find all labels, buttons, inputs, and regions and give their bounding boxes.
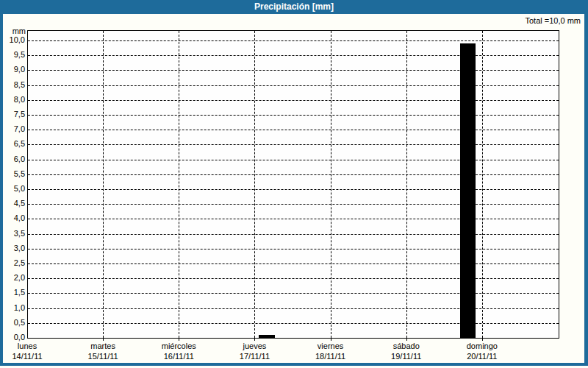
x-axis-tick [331, 339, 331, 341]
plot-area [27, 30, 559, 339]
h-gridline [28, 55, 559, 56]
day-name-label: domingo [445, 342, 520, 350]
day-date-label: 19/11/11 [369, 352, 444, 361]
x-axis-tick [406, 339, 407, 341]
day-date-label: 17/11/11 [217, 352, 292, 361]
v-gridline [331, 31, 331, 338]
h-gridline [28, 204, 559, 205]
day-name-label: jueves [217, 342, 292, 350]
y-tick-label: 8,5 [0, 80, 25, 90]
h-gridline [28, 40, 559, 41]
v-gridline [103, 31, 104, 338]
y-tick-label: 7,5 [0, 110, 25, 119]
v-gridline [254, 31, 255, 338]
y-tick-label: 2,0 [0, 273, 25, 283]
h-gridline [28, 234, 559, 235]
y-tick-label: 0,5 [0, 318, 25, 328]
y-tick-label: 9,5 [0, 50, 25, 60]
h-gridline [28, 278, 559, 279]
h-gridline [28, 174, 559, 175]
h-gridline [28, 323, 559, 324]
frame-border-right [584, 14, 588, 366]
h-gridline [28, 293, 559, 294]
day-name-label: martes [65, 342, 140, 350]
chart-title-bar: Precipitación [mm] [0, 0, 588, 14]
v-gridline [179, 31, 179, 338]
h-gridline [28, 189, 559, 190]
x-axis-tick [103, 339, 104, 341]
h-gridline [28, 115, 559, 116]
y-tick-label: 5,0 [0, 184, 25, 194]
x-axis-tick [482, 339, 483, 341]
x-axis-tick [179, 339, 179, 341]
day-name-label: viernes [293, 342, 368, 350]
frame-border-bottom [0, 363, 588, 366]
y-axis-unit-label: mm [0, 26, 26, 35]
y-tick-label: 1,5 [0, 288, 25, 297]
y-tick-label: 6,0 [0, 155, 25, 164]
y-tick-label: 6,5 [0, 139, 25, 149]
day-date-label: 16/11/11 [141, 352, 216, 361]
h-gridline [28, 249, 559, 250]
y-tick-label: 9,0 [0, 65, 25, 74]
v-gridline [406, 31, 407, 338]
v-gridline [482, 31, 483, 338]
h-gridline [28, 100, 559, 101]
y-tick-label: 1,0 [0, 303, 25, 313]
total-precipitation-label: Total =10,0 mm [525, 16, 581, 25]
y-tick-label: 5,5 [0, 169, 25, 179]
y-tick-label: 4,5 [0, 199, 25, 208]
h-gridline [28, 70, 559, 71]
h-gridline [28, 144, 559, 145]
y-tick-label: 8,0 [0, 95, 25, 105]
h-gridline [28, 263, 559, 264]
y-tick-label: 4,0 [0, 213, 25, 223]
h-gridline [28, 160, 559, 160]
h-gridline [28, 85, 559, 86]
chart-title: Precipitación [mm] [254, 1, 334, 12]
day-date-label: 20/11/11 [445, 352, 520, 361]
h-gridline [28, 219, 559, 219]
precipitation-bar [259, 335, 275, 338]
y-tick-label: 2,5 [0, 258, 25, 268]
y-tick-label: 3,0 [0, 244, 25, 253]
day-date-label: 18/11/11 [293, 352, 368, 361]
y-tick-label: 3,5 [0, 229, 25, 238]
h-gridline [28, 130, 559, 130]
day-date-label: 14/11/11 [0, 352, 65, 361]
precipitation-chart-window: Precipitación [mm] Total =10,0 mm mm 0,0… [0, 0, 588, 368]
x-axis-tick [254, 339, 255, 341]
y-tick-label: 7,0 [0, 124, 25, 134]
day-name-label: miércoles [141, 342, 216, 350]
day-name-label: lunes [0, 342, 65, 350]
day-date-label: 15/11/11 [65, 352, 140, 361]
day-name-label: sábado [369, 342, 444, 350]
h-gridline [28, 308, 559, 309]
y-tick-label: 10,0 [0, 35, 25, 45]
precipitation-bar [460, 43, 476, 338]
